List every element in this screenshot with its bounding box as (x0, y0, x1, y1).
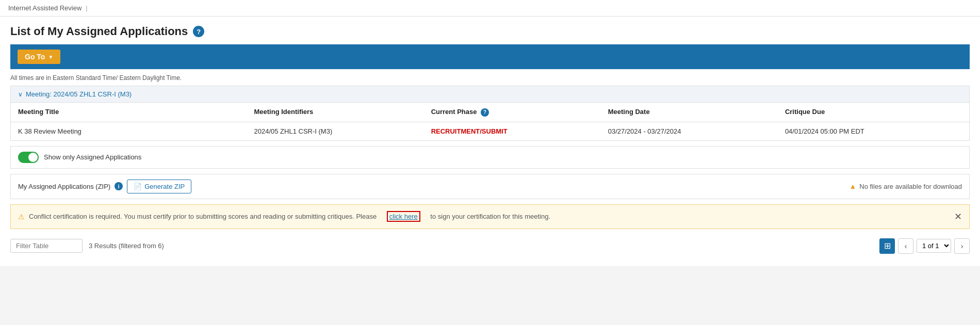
page-title-row: List of My Assigned Applications ? (10, 25, 970, 38)
collapse-icon: ∨ (18, 91, 23, 98)
cell-current-phase: RECRUITMENT/SUBMIT (431, 127, 608, 135)
page-title: List of My Assigned Applications (10, 25, 188, 38)
main-content: List of My Assigned Applications ? Go To… (0, 17, 980, 266)
no-files-message: ▲ No files are available for download (849, 182, 962, 190)
page-selector[interactable]: 1 of 1 (917, 239, 951, 253)
no-files-warning-icon: ▲ (849, 182, 856, 190)
goto-label: Go To (25, 53, 45, 61)
meeting-header-text: Meeting: 2024/05 ZHL1 CSR-I (M3) (26, 90, 132, 98)
meeting-header[interactable]: ∨ Meeting: 2024/05 ZHL1 CSR-I (M3) (11, 86, 969, 103)
cell-critique-due: 04/01/2024 05:00 PM EDT (785, 127, 962, 135)
table-header-row: Meeting Title Meeting Identifiers Curren… (11, 103, 969, 122)
page-help-icon[interactable]: ? (193, 26, 204, 37)
table-data-row: K 38 Review Meeting 2024/05 ZHL1 CSR-I (… (11, 122, 969, 140)
results-count: 3 Results (filtered from 6) (89, 242, 164, 250)
warning-banner: ⚠ Conflict certification is required. Yo… (10, 204, 970, 229)
filter-row: 3 Results (filtered from 6) ⊞ ‹ 1 of 1 › (10, 234, 970, 258)
app-name: Internet Assisted Review (8, 4, 81, 12)
zip-row: My Assigned Applications (ZIP) i 📄 Gener… (10, 174, 970, 199)
chevron-down-icon: ▼ (48, 54, 53, 60)
close-banner-button[interactable]: ✕ (954, 211, 962, 222)
col-header-critique-due: Critique Due (785, 108, 962, 117)
timezone-note: All times are in Eastern Standard Time/ … (10, 69, 970, 86)
col-header-current-phase: Current Phase ? (431, 108, 608, 117)
zip-file-icon: 📄 (134, 183, 142, 190)
chevron-left-icon: ‹ (905, 242, 907, 250)
col-header-meeting-date: Meeting Date (608, 108, 785, 117)
meeting-section: ∨ Meeting: 2024/05 ZHL1 CSR-I (M3) Meeti… (10, 86, 970, 141)
warning-banner-icon: ⚠ (18, 213, 25, 221)
current-phase-info-icon[interactable]: ? (481, 108, 489, 117)
toggle-row: Show only Assigned Applications (10, 146, 970, 169)
top-bar: Internet Assisted Review | (0, 0, 980, 17)
warning-message-end: to sign your certification for this meet… (430, 213, 550, 220)
grid-icon: ⊞ (884, 241, 891, 251)
toggle-label: Show only Assigned Applications (44, 153, 141, 161)
col-header-meeting-title: Meeting Title (18, 108, 254, 117)
prev-page-button[interactable]: ‹ (898, 238, 913, 254)
top-bar-divider: | (86, 4, 87, 12)
zip-info-icon[interactable]: i (115, 182, 123, 190)
grid-view-button[interactable]: ⊞ (879, 238, 895, 254)
toggle-knob (28, 153, 38, 162)
no-files-text: No files are available for download (859, 183, 962, 190)
zip-left: My Assigned Applications (ZIP) i 📄 Gener… (18, 180, 191, 193)
click-here-link[interactable]: click here (387, 211, 420, 222)
warning-banner-content: ⚠ Conflict certification is required. Yo… (18, 211, 550, 222)
next-page-button[interactable]: › (954, 238, 970, 254)
toolbar: Go To ▼ (10, 44, 970, 69)
goto-button[interactable]: Go To ▼ (18, 50, 60, 64)
cell-meeting-date: 03/27/2024 - 03/27/2024 (608, 127, 785, 135)
generate-zip-button[interactable]: 📄 Generate ZIP (127, 180, 191, 193)
warning-message-start: Conflict certification is required. You … (29, 213, 377, 220)
cell-meeting-title: K 38 Review Meeting (18, 127, 254, 135)
assigned-apps-toggle[interactable] (18, 152, 39, 163)
zip-label: My Assigned Applications (ZIP) (18, 183, 110, 190)
filter-right: ⊞ ‹ 1 of 1 › (879, 238, 970, 254)
col-header-meeting-identifiers: Meeting Identifiers (254, 108, 431, 117)
generate-zip-label: Generate ZIP (144, 183, 185, 190)
filter-left: 3 Results (filtered from 6) (10, 239, 164, 253)
filter-table-input[interactable] (10, 239, 83, 253)
chevron-right-icon: › (961, 242, 963, 250)
cell-meeting-identifiers: 2024/05 ZHL1 CSR-I (M3) (254, 127, 431, 135)
